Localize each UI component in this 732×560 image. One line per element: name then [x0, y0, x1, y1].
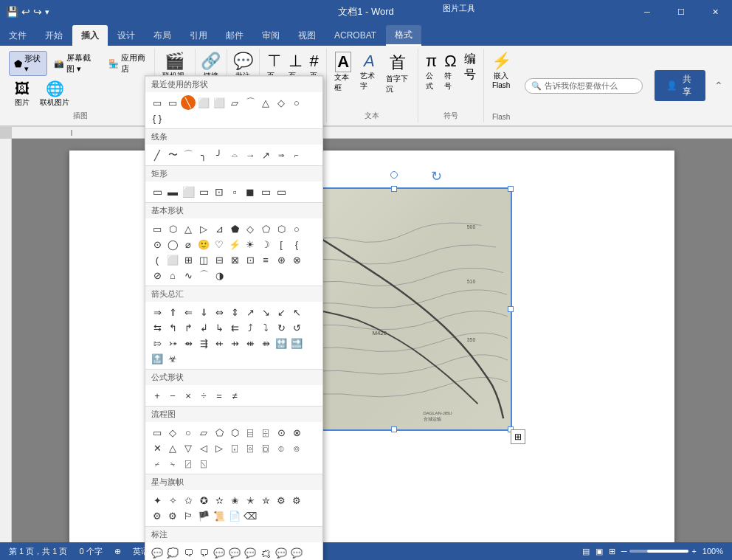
arr-23[interactable]: ⇴ — [181, 336, 196, 350]
shapes-button[interactable]: ⬟ 形状 ▾ — [9, 51, 47, 76]
ca-7[interactable]: 💬 — [243, 545, 258, 560]
bs-29[interactable]: ⊛ — [274, 252, 289, 267]
tab-layout[interactable]: 布局 — [145, 25, 180, 46]
zoom-level[interactable]: 100% — [702, 547, 723, 556]
tab-mailings[interactable]: 邮件 — [217, 25, 252, 46]
bs-25[interactable]: ⊟ — [212, 252, 227, 267]
tab-review[interactable]: 审阅 — [253, 25, 289, 46]
bs-33[interactable]: ∿ — [181, 268, 196, 283]
view-web-icon[interactable]: ▣ — [595, 547, 603, 556]
redo-icon[interactable]: ↪ — [33, 6, 42, 18]
bs-28[interactable]: ≡ — [258, 252, 273, 267]
str-5[interactable]: ✫ — [212, 493, 227, 508]
arr-5[interactable]: ⇔ — [212, 305, 227, 319]
line-10[interactable]: ⌐ — [289, 148, 304, 162]
arr-8[interactable]: ↘ — [258, 305, 273, 319]
str-6[interactable]: ✬ — [227, 493, 242, 508]
frm-2[interactable]: − — [165, 388, 180, 403]
ca-2[interactable]: 💭 — [165, 545, 180, 560]
shape-s6[interactable]: ⌒ — [243, 95, 258, 110]
bs-20[interactable]: { — [289, 237, 304, 252]
line-3[interactable]: ⌒ — [181, 148, 196, 162]
shape-rect2[interactable]: ▭ — [165, 95, 180, 110]
fc-2[interactable]: ◇ — [165, 425, 180, 440]
arr-12[interactable]: ↰ — [165, 320, 180, 335]
bs-7[interactable]: ◇ — [243, 221, 258, 236]
ribbon-search[interactable]: 🔍 告诉我你想要做什么 — [525, 78, 643, 94]
online-picture-button[interactable]: 🌐 联机图片 — [37, 78, 72, 109]
rect-7[interactable]: ◼ — [243, 184, 258, 199]
arr-10[interactable]: ↖ — [289, 305, 304, 319]
bs-34[interactable]: ⌒ — [196, 268, 211, 283]
screenshot-button[interactable]: 📸屏幕截图 ▾ — [49, 50, 102, 77]
arr-31[interactable]: 🔝 — [150, 351, 165, 366]
bs-3[interactable]: △ — [181, 221, 196, 236]
bs-12[interactable]: ◯ — [165, 237, 180, 252]
arr-4[interactable]: ⇓ — [196, 305, 211, 319]
equation-button[interactable]: π 公式 — [423, 50, 440, 93]
bs-21[interactable]: ( — [150, 252, 165, 267]
shape-s4[interactable]: ⬜ — [212, 95, 227, 110]
str-3[interactable]: ✩ — [181, 493, 196, 508]
handle-bc[interactable] — [391, 426, 397, 432]
save-icon[interactable]: 💾 — [6, 6, 18, 18]
line-1[interactable]: ╱ — [150, 148, 165, 162]
str-8[interactable]: ✮ — [258, 493, 273, 508]
fc-1[interactable]: ▭ — [150, 425, 165, 440]
arr-20[interactable]: ↺ — [289, 320, 304, 335]
view-read-icon[interactable]: ⊞ — [609, 547, 615, 556]
ca-4[interactable]: 🗩 — [196, 545, 211, 560]
picture-button[interactable]: 🖼 图片 — [9, 79, 35, 109]
rect-9[interactable]: ▭ — [274, 184, 289, 199]
str-17[interactable]: ⌫ — [243, 508, 258, 523]
flash-button[interactable]: ⚡ 嵌入 Flash — [488, 50, 514, 91]
rect-8[interactable]: ▭ — [258, 184, 273, 199]
arr-28[interactable]: ⇻ — [258, 336, 273, 350]
fc-12[interactable]: △ — [165, 440, 180, 455]
arr-17[interactable]: ⤴ — [243, 320, 258, 335]
bs-22[interactable]: ⬜ — [165, 252, 180, 267]
rect-4[interactable]: ▭ — [196, 184, 211, 199]
line-6[interactable]: ⌓ — [227, 148, 242, 162]
arr-3[interactable]: ⇐ — [181, 305, 196, 319]
fc-15[interactable]: ▷ — [212, 440, 227, 455]
collapse-ribbon-button[interactable]: ⌃ — [714, 80, 723, 91]
line-2[interactable]: 〜 — [165, 148, 180, 162]
arr-21[interactable]: ⇰ — [150, 336, 165, 350]
ca-1[interactable]: 💬 — [150, 545, 165, 560]
zoom-out-icon[interactable]: ─ — [621, 547, 627, 556]
arr-32[interactable]: ☣ — [165, 351, 180, 366]
shape-s9[interactable]: ○ — [289, 95, 304, 110]
fc-4[interactable]: ▱ — [196, 425, 211, 440]
arr-14[interactable]: ↲ — [196, 320, 211, 335]
str-2[interactable]: ✧ — [165, 493, 180, 508]
str-9[interactable]: ⚙ — [274, 493, 289, 508]
bs-4[interactable]: ▷ — [196, 221, 211, 236]
fc-8[interactable]: ⌹ — [258, 425, 273, 440]
arr-29[interactable]: 🔛 — [274, 336, 289, 350]
fc-10[interactable]: ⊗ — [289, 425, 304, 440]
tab-file[interactable]: 文件 — [0, 25, 35, 46]
close-button[interactable]: ✕ — [698, 0, 732, 24]
rect-1[interactable]: ▭ — [150, 184, 165, 199]
bs-26[interactable]: ⊠ — [227, 252, 242, 267]
fc-13[interactable]: ▽ — [181, 440, 196, 455]
fc-16[interactable]: ⌺ — [227, 440, 242, 455]
arr-25[interactable]: ⇷ — [212, 336, 227, 350]
view-normal-icon[interactable]: ▤ — [582, 547, 590, 556]
arr-9[interactable]: ↙ — [274, 305, 289, 319]
handle-tc[interactable] — [391, 186, 397, 192]
arr-19[interactable]: ↻ — [274, 320, 289, 335]
rect-3[interactable]: ⬜ — [181, 184, 196, 199]
bs-2[interactable]: ⬡ — [165, 221, 180, 236]
str-1[interactable]: ✦ — [150, 493, 165, 508]
bs-35[interactable]: ◑ — [212, 268, 227, 283]
rect-5[interactable]: ⊡ — [212, 184, 227, 199]
zoom-track[interactable] — [629, 550, 688, 553]
line-9[interactable]: ⇒ — [274, 148, 289, 162]
tab-insert[interactable]: 插入 — [72, 25, 108, 46]
str-7[interactable]: ✭ — [243, 493, 258, 508]
bs-31[interactable]: ⊘ — [150, 268, 165, 283]
fc-23[interactable]: ⍁ — [181, 456, 196, 471]
arr-30[interactable]: 🔜 — [289, 336, 304, 350]
